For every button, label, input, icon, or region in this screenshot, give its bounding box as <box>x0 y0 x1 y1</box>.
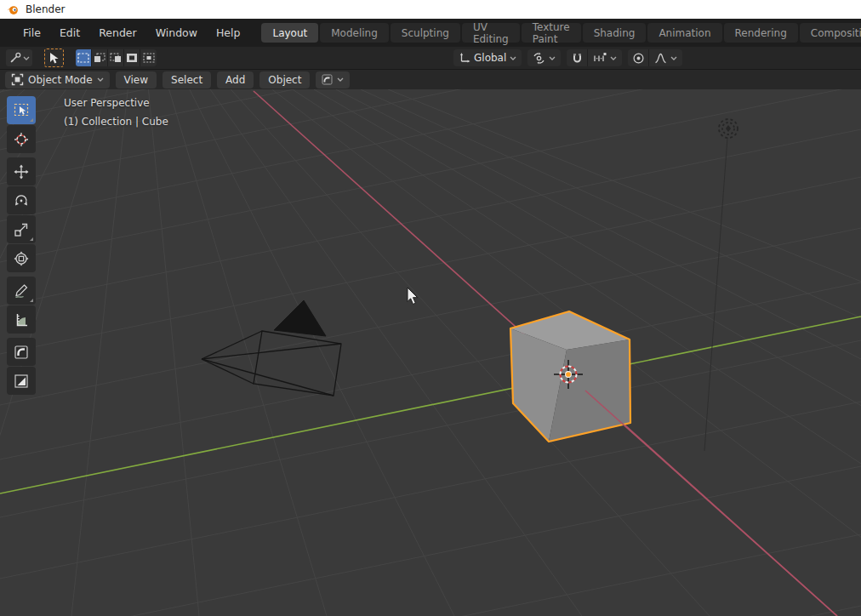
chevron-down-icon <box>510 55 516 61</box>
select-intersect-icon <box>143 53 155 63</box>
mode-dropdown[interactable]: Object Mode <box>5 71 110 88</box>
cursor-arrow-icon <box>48 52 60 65</box>
tool-measure-button[interactable] <box>7 305 36 334</box>
menu-edit[interactable]: Edit <box>50 23 89 43</box>
menu-render[interactable]: Render <box>89 23 146 43</box>
measure-icon <box>14 312 29 328</box>
tool-cursor-button[interactable] <box>7 125 36 153</box>
orientation-label: Global <box>474 52 506 64</box>
floor-grid <box>0 89 861 616</box>
menu-add[interactable]: Add <box>217 71 254 88</box>
tool-corner-arc-button[interactable] <box>7 338 36 366</box>
curve-widget-icon <box>322 74 333 85</box>
object-mode-icon <box>11 73 24 86</box>
active-tool-button[interactable] <box>44 48 64 67</box>
pivot-point-icon <box>533 52 545 65</box>
workspace-tabs: Layout Modeling Sculpting UV Editing Tex… <box>261 23 861 43</box>
proportional-editing-toggle[interactable] <box>628 49 648 66</box>
window-titlebar[interactable]: Blender <box>0 0 861 19</box>
tool-select-box-button[interactable] <box>7 96 36 124</box>
menu-help[interactable]: Help <box>207 23 250 43</box>
tool-move-button[interactable] <box>7 157 36 185</box>
menu-window[interactable]: Window <box>146 23 207 43</box>
menu-file[interactable]: File <box>14 23 50 43</box>
select-mode-extend-button[interactable] <box>92 49 108 66</box>
snapping-group <box>567 49 622 66</box>
select-extend-icon <box>94 53 105 63</box>
select-box-icon <box>14 103 29 117</box>
axis-y-line <box>0 317 861 493</box>
annotate-pencil-icon <box>14 283 29 299</box>
tab-sculpting[interactable]: Sculpting <box>391 23 460 43</box>
menu-object[interactable]: Object <box>259 71 310 88</box>
chevron-down-icon <box>97 77 104 83</box>
pivot-point-dropdown[interactable] <box>527 49 561 66</box>
tab-compositing[interactable]: Compositing <box>800 23 861 43</box>
proportional-dot-icon <box>632 52 645 65</box>
tab-modeling[interactable]: Modeling <box>320 23 389 43</box>
chevron-down-icon <box>549 55 556 61</box>
snap-target-dropdown[interactable] <box>587 49 622 66</box>
snap-increment-icon <box>593 52 607 64</box>
transform-settings-group: Global <box>453 49 682 66</box>
cursor-3d-icon <box>14 132 29 147</box>
select-mode-set-button[interactable] <box>76 49 92 66</box>
tab-texture-paint[interactable]: Texture Paint <box>522 23 581 43</box>
select-subtract-icon <box>110 53 122 63</box>
orientation-axes-icon <box>459 52 470 64</box>
proportional-editing-group <box>628 49 682 66</box>
transform-icon <box>14 251 29 266</box>
menu-select[interactable]: Select <box>163 71 211 88</box>
fill-triangle-icon <box>14 374 29 389</box>
proportional-falloff-dropdown[interactable] <box>648 49 682 66</box>
tab-layout[interactable]: Layout <box>261 23 318 43</box>
rotate-icon <box>14 193 29 208</box>
select-mode-invert-button[interactable] <box>124 49 140 66</box>
select-mode-intersect-button[interactable] <box>140 49 157 66</box>
light-object[interactable] <box>704 119 738 451</box>
viewport-toolbar <box>7 96 36 396</box>
chevron-down-icon <box>670 55 677 61</box>
scale-icon <box>14 222 29 237</box>
tool-transform-button[interactable] <box>7 244 36 272</box>
active-tool-editor-selector[interactable] <box>6 49 32 66</box>
menubar: File Edit Render Window Help Layout Mode… <box>0 19 861 47</box>
tool-annotate-button[interactable] <box>7 277 36 305</box>
transform-orientation-dropdown[interactable]: Global <box>453 49 522 66</box>
tab-shading[interactable]: Shading <box>583 23 647 43</box>
tool-settings-bar: Global <box>0 47 861 69</box>
object-origin-dot <box>566 372 572 378</box>
falloff-curve-icon <box>654 53 667 64</box>
viewport-3d[interactable]: User Perspective (1) Collection | Cube <box>0 89 861 616</box>
move-icon <box>14 164 29 180</box>
window-title: Blender <box>26 3 66 15</box>
magnet-icon <box>571 52 584 65</box>
axis-x-front-segment <box>585 391 837 616</box>
active-tool-editor-icon <box>9 51 22 65</box>
tool-rotate-button[interactable] <box>7 186 36 214</box>
chevron-down-icon <box>337 77 344 83</box>
gizmo-arc-dropdown[interactable] <box>316 71 350 88</box>
snap-toggle-button[interactable] <box>567 49 587 66</box>
viewport-header: Object Mode View Select Add Object <box>0 69 861 89</box>
select-invert-icon <box>126 53 138 63</box>
tool-scale-button[interactable] <box>7 215 36 243</box>
mouse-cursor <box>408 288 418 305</box>
menu-view[interactable]: View <box>116 71 157 88</box>
tool-fill-triangle-button[interactable] <box>7 367 36 395</box>
viewport-scene[interactable] <box>0 89 861 616</box>
select-set-icon <box>77 53 89 63</box>
blender-logo-icon <box>6 3 19 16</box>
chevron-down-icon <box>23 55 30 61</box>
select-mode-group <box>76 49 157 66</box>
camera-object[interactable] <box>202 300 341 396</box>
chevron-down-icon <box>610 55 617 61</box>
mode-label: Object Mode <box>28 74 93 86</box>
tab-uv-editing[interactable]: UV Editing <box>462 23 520 43</box>
select-mode-subtract-button[interactable] <box>108 49 124 66</box>
tab-animation[interactable]: Animation <box>647 23 721 43</box>
corner-arc-icon <box>14 345 29 360</box>
tab-rendering[interactable]: Rendering <box>724 23 798 43</box>
